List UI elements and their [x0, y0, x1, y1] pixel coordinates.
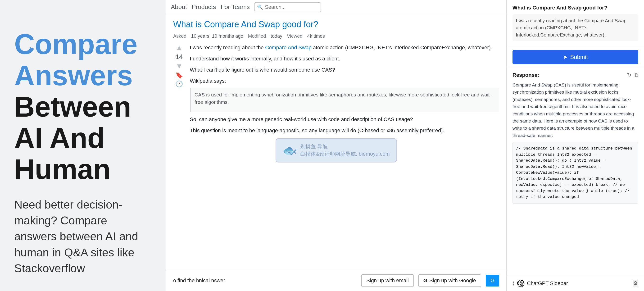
so-question-title: What is Compare And Swap good for? [173, 19, 499, 30]
vote-up-button[interactable]: ▲ [176, 44, 183, 52]
settings-gear-icon[interactable]: ⚙ [633, 280, 638, 287]
question-para-4: So, can anyone give me a more generic re… [190, 116, 499, 123]
stackoverflow-browser-panel: 🐟 别摸鱼 导航 白摸体&设计师网址导航: biemoyu.com About … [166, 0, 506, 291]
so-vote-column: ▲ 14 ▼ 🔖 🕐 [173, 44, 185, 138]
chatgpt-response-header: Response: ↻ ⧉ [512, 72, 638, 78]
chatgpt-question-title: What is Compare And Swap good for? [512, 5, 638, 11]
response-para-1: Compare And Swap (CAS) is useful for imp… [512, 82, 638, 139]
hero-title-compare-answers: Compare Answers [14, 28, 152, 91]
question-para-2: I understand how it works internally, an… [190, 55, 499, 62]
history-icon[interactable]: 🕐 [175, 80, 183, 88]
so-nav-products[interactable]: Products [192, 3, 216, 11]
meta-asked-label: Asked [173, 34, 186, 39]
left-hero-panel: Compare Answers Between AI And Human Nee… [0, 0, 166, 291]
chatgpt-header: What is Compare And Swap good for? I was… [507, 0, 644, 46]
submit-send-icon: ➤ [563, 54, 568, 60]
so-question-meta: Asked 10 years, 10 months ago Modified t… [173, 34, 499, 39]
signup-blue-button[interactable]: G [486, 275, 499, 286]
so-question-body: ▲ 14 ▼ 🔖 🕐 I was recently reading about … [173, 44, 499, 138]
question-para-5: This question is meant to be language-ag… [190, 126, 499, 134]
bookmark-icon[interactable]: 🔖 [175, 72, 183, 79]
submit-label: Submit [570, 54, 588, 60]
so-question-content: What is Compare And Swap good for? Asked… [166, 14, 506, 291]
so-nav-about[interactable]: About [171, 3, 187, 11]
so-navbar: About Products For Teams 🔍 [166, 0, 506, 14]
blockquote-text: CAS is used for implementing synchroniza… [194, 91, 496, 106]
chatgpt-footer: ⟩ ChatGPT Sidebar ⚙ [507, 276, 644, 291]
search-input[interactable] [265, 4, 318, 10]
wikipedia-label: Wikipedia says: [190, 77, 499, 85]
hero-subtitle: Need better decision-making? Compare ans… [14, 197, 152, 276]
signup-email-button[interactable]: Sign up with email [361, 274, 414, 287]
submit-button[interactable]: ➤ Submit [512, 50, 638, 64]
refresh-response-button[interactable]: ↻ [627, 72, 631, 78]
chatgpt-sidebar-panel: What is Compare And Swap good for? I was… [506, 0, 644, 291]
response-code-block: // SharedData is a shared data structure… [512, 142, 638, 204]
signup-google-button[interactable]: G Sign up with Google [418, 274, 481, 287]
chatgpt-response-text: Compare And Swap (CAS) is useful for imp… [512, 82, 638, 204]
meta-modified-value: today [270, 34, 282, 39]
vote-count: 14 [175, 53, 183, 61]
search-icon: 🔍 [257, 4, 263, 10]
copy-response-button[interactable]: ⧉ [634, 72, 638, 78]
so-question-text: I was recently reading about the Compare… [190, 44, 499, 138]
chatgpt-footer-left: ⟩ ChatGPT Sidebar [512, 280, 568, 287]
so-signup-bar: o find the hnical nswer Sign up with ema… [166, 270, 506, 291]
google-g-icon: G [424, 278, 428, 284]
chatgpt-submit-area: ➤ Submit [507, 46, 644, 68]
vote-down-button[interactable]: ▼ [176, 62, 183, 70]
meta-viewed-value: 4k times [307, 34, 325, 39]
question-para-3: What I can't quite figure out is when wo… [190, 66, 499, 74]
so-blockquote: CAS is used for implementing synchroniza… [190, 88, 499, 112]
signup-google-label: Sign up with Google [429, 278, 476, 284]
hero-title-between-ai: Between AI And Human [14, 91, 152, 185]
response-label: Response: [512, 72, 539, 78]
meta-asked-value: 10 years, 10 months ago [191, 34, 243, 39]
chatgpt-footer-label: ChatGPT Sidebar [527, 280, 568, 286]
chatgpt-logo-icon [517, 280, 524, 287]
chatgpt-response-area: Response: ↻ ⧉ Compare And Swap (CAS) is … [507, 68, 644, 276]
so-search-box[interactable]: 🔍 [254, 2, 321, 12]
meta-modified-label: Modified [248, 34, 266, 39]
question-para-1: I was recently reading about the Compare… [190, 44, 499, 52]
expand-icon[interactable]: ⟩ [512, 280, 515, 286]
cas-link[interactable]: Compare And Swap [265, 44, 312, 50]
chatgpt-user-message: I was recently reading about the Compare… [512, 14, 638, 41]
meta-viewed-label: Viewed [287, 34, 302, 39]
so-nav-for-teams[interactable]: For Teams [221, 3, 250, 11]
so-signup-description: o find the hnical nswer [173, 277, 356, 284]
response-actions: ↻ ⧉ [627, 72, 638, 78]
